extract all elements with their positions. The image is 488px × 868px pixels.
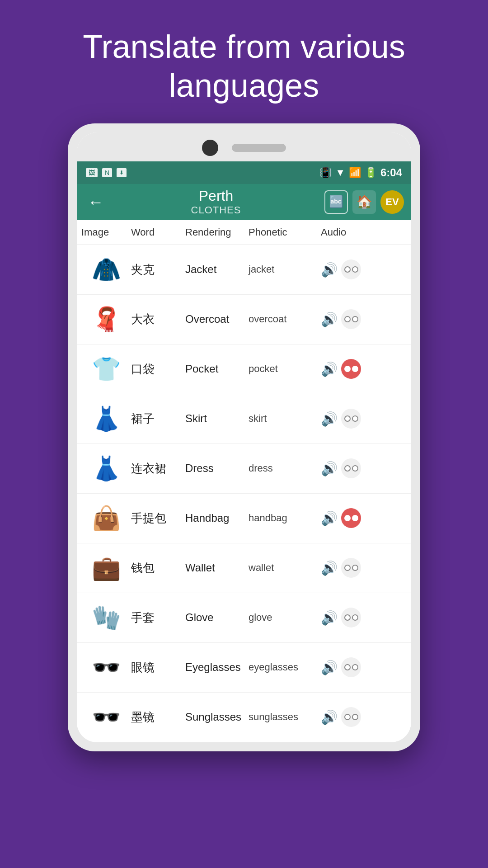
owl-face-3 [344,415,358,422]
app-bar: ← Perth CLOTHES 🔤 🏠 EV [77,184,411,220]
cell-word-6: 钱包 [131,560,185,576]
cell-rendering-4: Dress [185,462,249,475]
owl-button-5[interactable] [341,508,361,528]
audio-play-9[interactable]: 🔊 [321,709,338,725]
cell-rendering-0: Jacket [185,263,249,276]
audio-play-1[interactable]: 🔊 [321,311,338,327]
cell-word-2: 口袋 [131,361,185,377]
cell-phonetic-4: dress [249,462,321,474]
phone-mockup: 🖼 N ⬇ 📳 ▼ 📶 🔋 6:04 ← Perth [68,123,420,751]
app-bar-title: Perth CLOTHES [115,188,317,216]
notification-icon-1: 🖼 [86,168,98,177]
owl-eye-left-0 [344,266,351,273]
clothing-emoji-0: 🧥 [88,251,124,288]
back-button[interactable]: ← [84,189,108,215]
cell-phonetic-7: glove [249,612,321,623]
cell-phonetic-5: handbag [249,512,321,524]
audio-play-3[interactable]: 🔊 [321,411,338,427]
cell-image-0: 🧥 [81,251,131,288]
speaker-icon-2: 🔊 [321,362,338,377]
cell-rendering-7: Glove [185,611,249,624]
cell-image-5: 👜 [81,500,131,536]
owl-face-5 [344,515,358,521]
status-bar: 🖼 N ⬇ 📳 ▼ 📶 🔋 6:04 [77,161,411,184]
owl-eye-right-0 [352,266,358,273]
owl-button-4[interactable] [341,458,361,478]
table-row: 👜 手提包 Handbag handbag 🔊 [77,494,411,543]
header-phonetic: Phonetic [249,226,321,238]
cell-audio-8: 🔊 [321,657,375,677]
cell-image-4: 👗 [81,450,131,486]
speaker-icon-5: 🔊 [321,511,338,526]
cell-rendering-6: Wallet [185,561,249,574]
header-image: Image [81,226,131,238]
owl-eye-left-3 [344,415,351,422]
header-word: Word [131,226,185,238]
table-row: 🕶️ 眼镜 Eyeglasses eyeglasses 🔊 [77,643,411,693]
cell-phonetic-3: skirt [249,413,321,425]
phone-top-bar [77,132,411,161]
speaker-icon-6: 🔊 [321,561,338,576]
logo-button[interactable]: EV [380,190,404,214]
owl-button-0[interactable] [341,259,361,279]
audio-play-5[interactable]: 🔊 [321,510,338,526]
cell-phonetic-0: jacket [249,264,321,275]
cell-image-1: 🧣 [81,301,131,337]
owl-eye-left-7 [344,614,351,621]
cell-word-1: 大衣 [131,311,185,327]
audio-play-0[interactable]: 🔊 [321,262,338,278]
owl-button-6[interactable] [341,558,361,578]
cell-rendering-5: Handbag [185,512,249,524]
cell-image-6: 💼 [81,550,131,586]
owl-button-7[interactable] [341,608,361,627]
owl-face-0 [344,266,358,273]
table-row: 👗 连衣裙 Dress dress 🔊 [77,444,411,494]
status-icons-left: 🖼 N ⬇ [86,168,127,177]
owl-button-8[interactable] [341,657,361,677]
cell-phonetic-1: overcoat [249,313,321,325]
cell-rendering-3: Skirt [185,412,249,425]
speaker-icon-4: 🔊 [321,461,338,476]
owl-eye-right-2 [352,366,358,372]
cell-image-8: 🕶️ [81,649,131,685]
cell-audio-7: 🔊 [321,608,375,627]
audio-play-2[interactable]: 🔊 [321,361,338,377]
audio-play-8[interactable]: 🔊 [321,660,338,675]
table-header: Image Word Rendering Phonetic Audio [77,220,411,245]
speaker-icon-1: 🔊 [321,312,338,327]
cell-word-4: 连衣裙 [131,461,185,476]
cell-audio-9: 🔊 [321,707,375,727]
owl-eye-right-7 [352,614,358,621]
owl-button-3[interactable] [341,409,361,429]
table-row: 🧤 手套 Glove glove 🔊 [77,593,411,643]
header-audio: Audio [321,226,375,238]
home-button[interactable]: 🏠 [352,190,376,214]
table-row: 👕 口袋 Pocket pocket 🔊 [77,344,411,394]
owl-button-1[interactable] [341,309,361,329]
cell-audio-4: 🔊 [321,458,375,478]
cell-word-9: 墨镜 [131,709,185,725]
owl-eye-left-9 [344,714,351,720]
table-row: 👗 裙子 Skirt skirt 🔊 [77,394,411,444]
clothing-emoji-1: 🧣 [88,301,124,337]
audio-play-7[interactable]: 🔊 [321,610,338,626]
owl-face-2 [344,366,358,372]
owl-face-8 [344,664,358,670]
owl-eye-left-5 [344,515,351,521]
owl-eye-right-4 [352,465,358,472]
city-name: Perth [115,188,317,204]
audio-play-4[interactable]: 🔊 [321,461,338,476]
cell-word-3: 裙子 [131,411,185,427]
owl-button-9[interactable] [341,707,361,727]
front-camera [202,140,218,156]
owl-button-2[interactable] [341,359,361,379]
owl-face-7 [344,614,358,621]
translate-button[interactable]: 🔤 [324,190,348,214]
earpiece-speaker [232,144,286,152]
category-subtitle: CLOTHES [115,204,317,216]
table-row: 🧥 夹克 Jacket jacket 🔊 [77,245,411,295]
speaker-icon-3: 🔊 [321,411,338,426]
audio-play-6[interactable]: 🔊 [321,560,338,576]
status-icons-right: 📳 ▼ 📶 🔋 6:04 [319,166,402,179]
page-title: Translate from various languages [0,0,488,123]
